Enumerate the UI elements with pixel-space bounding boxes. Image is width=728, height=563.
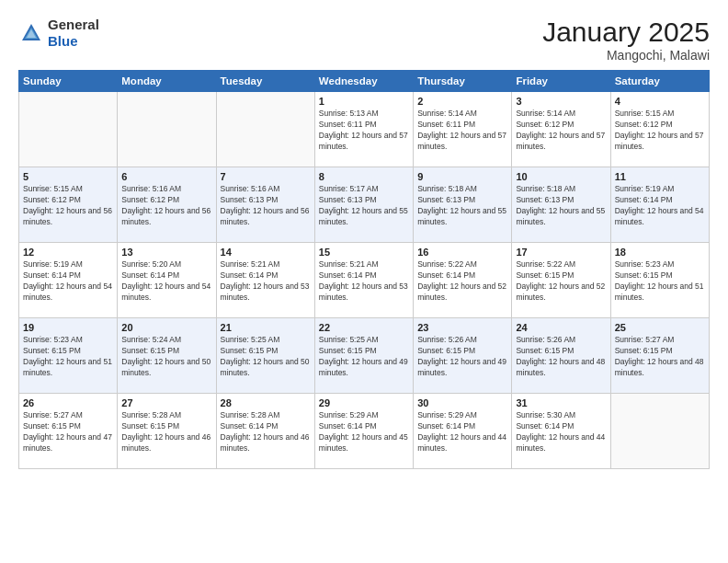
day-number: 11 [615, 171, 705, 182]
day-number: 17 [516, 247, 606, 258]
week-row-5: 26Sunrise: 5:27 AM Sunset: 6:15 PM Dayli… [19, 394, 710, 469]
month-title: January 2025 [542, 17, 710, 48]
day-info: Sunrise: 5:21 AM Sunset: 6:14 PM Dayligh… [221, 259, 311, 304]
day-info: Sunrise: 5:25 AM Sunset: 6:15 PM Dayligh… [221, 335, 311, 379]
day-info: Sunrise: 5:28 AM Sunset: 6:14 PM Dayligh… [221, 410, 311, 454]
location: Mangochi, Malawi [542, 48, 710, 63]
day-info: Sunrise: 5:29 AM Sunset: 6:14 PM Dayligh… [319, 410, 409, 454]
day-cell: 24Sunrise: 5:26 AM Sunset: 6:15 PM Dayli… [512, 318, 610, 394]
day-cell [610, 394, 709, 469]
day-number: 24 [516, 322, 606, 333]
header: General Blue January 2025 Mangochi, Mala… [18, 17, 710, 63]
day-cell: 12Sunrise: 5:19 AM Sunset: 6:14 PM Dayli… [19, 243, 118, 318]
day-cell: 17Sunrise: 5:22 AM Sunset: 6:15 PM Dayli… [512, 243, 610, 318]
day-cell: 14Sunrise: 5:21 AM Sunset: 6:14 PM Dayli… [216, 243, 314, 318]
header-sunday: Sunday [19, 71, 118, 92]
day-number: 4 [615, 96, 705, 107]
day-cell: 23Sunrise: 5:26 AM Sunset: 6:15 PM Dayli… [414, 318, 512, 394]
day-info: Sunrise: 5:26 AM Sunset: 6:15 PM Dayligh… [417, 335, 507, 379]
day-info: Sunrise: 5:27 AM Sunset: 6:15 PM Dayligh… [615, 335, 705, 379]
logo-text: General Blue [48, 17, 99, 50]
day-cell: 28Sunrise: 5:28 AM Sunset: 6:14 PM Dayli… [216, 394, 314, 469]
day-cell: 1Sunrise: 5:13 AM Sunset: 6:11 PM Daylig… [314, 92, 413, 167]
day-info: Sunrise: 5:14 AM Sunset: 6:11 PM Dayligh… [417, 109, 507, 153]
day-number: 6 [121, 171, 211, 182]
day-cell: 29Sunrise: 5:29 AM Sunset: 6:14 PM Dayli… [314, 394, 413, 469]
day-info: Sunrise: 5:27 AM Sunset: 6:15 PM Dayligh… [23, 410, 113, 454]
day-info: Sunrise: 5:26 AM Sunset: 6:15 PM Dayligh… [516, 335, 606, 379]
day-cell: 3Sunrise: 5:14 AM Sunset: 6:12 PM Daylig… [512, 92, 610, 167]
day-number: 20 [121, 322, 211, 333]
day-info: Sunrise: 5:22 AM Sunset: 6:15 PM Dayligh… [516, 259, 606, 304]
day-info: Sunrise: 5:13 AM Sunset: 6:11 PM Dayligh… [319, 109, 409, 153]
logo-blue: Blue [48, 33, 78, 49]
day-number: 19 [23, 322, 113, 333]
day-cell: 11Sunrise: 5:19 AM Sunset: 6:14 PM Dayli… [610, 167, 709, 243]
day-cell: 26Sunrise: 5:27 AM Sunset: 6:15 PM Dayli… [19, 394, 118, 469]
day-number: 31 [516, 397, 606, 408]
day-cell: 2Sunrise: 5:14 AM Sunset: 6:11 PM Daylig… [414, 92, 512, 167]
day-number: 1 [319, 96, 409, 107]
day-info: Sunrise: 5:18 AM Sunset: 6:13 PM Dayligh… [417, 184, 507, 228]
day-cell: 4Sunrise: 5:15 AM Sunset: 6:12 PM Daylig… [610, 92, 709, 167]
day-info: Sunrise: 5:21 AM Sunset: 6:14 PM Dayligh… [319, 259, 409, 304]
calendar: Sunday Monday Tuesday Wednesday Thursday… [18, 70, 710, 469]
day-cell: 13Sunrise: 5:20 AM Sunset: 6:14 PM Dayli… [118, 243, 216, 318]
day-cell: 15Sunrise: 5:21 AM Sunset: 6:14 PM Dayli… [314, 243, 413, 318]
day-number: 26 [23, 397, 113, 408]
logo-icon [18, 20, 44, 46]
day-info: Sunrise: 5:16 AM Sunset: 6:13 PM Dayligh… [221, 184, 311, 228]
header-thursday: Thursday [414, 71, 512, 92]
day-info: Sunrise: 5:22 AM Sunset: 6:14 PM Dayligh… [417, 259, 507, 304]
day-info: Sunrise: 5:23 AM Sunset: 6:15 PM Dayligh… [23, 335, 113, 379]
day-number: 30 [417, 397, 507, 408]
day-cell: 22Sunrise: 5:25 AM Sunset: 6:15 PM Dayli… [314, 318, 413, 394]
day-info: Sunrise: 5:23 AM Sunset: 6:15 PM Dayligh… [615, 259, 705, 304]
day-number: 25 [615, 322, 705, 333]
day-number: 29 [319, 397, 409, 408]
day-info: Sunrise: 5:19 AM Sunset: 6:14 PM Dayligh… [23, 259, 113, 304]
day-cell: 27Sunrise: 5:28 AM Sunset: 6:15 PM Dayli… [118, 394, 216, 469]
day-info: Sunrise: 5:28 AM Sunset: 6:15 PM Dayligh… [121, 410, 211, 454]
day-cell: 31Sunrise: 5:30 AM Sunset: 6:14 PM Dayli… [512, 394, 610, 469]
day-number: 15 [319, 247, 409, 258]
logo: General Blue [18, 17, 99, 50]
day-number: 13 [121, 247, 211, 258]
logo-general: General [48, 17, 99, 32]
day-cell: 10Sunrise: 5:18 AM Sunset: 6:13 PM Dayli… [512, 167, 610, 243]
day-cell: 8Sunrise: 5:17 AM Sunset: 6:13 PM Daylig… [314, 167, 413, 243]
day-cell: 9Sunrise: 5:18 AM Sunset: 6:13 PM Daylig… [414, 167, 512, 243]
week-row-1: 1Sunrise: 5:13 AM Sunset: 6:11 PM Daylig… [19, 92, 710, 167]
header-wednesday: Wednesday [314, 71, 413, 92]
day-info: Sunrise: 5:15 AM Sunset: 6:12 PM Dayligh… [615, 109, 705, 153]
day-number: 14 [221, 247, 311, 258]
week-row-3: 12Sunrise: 5:19 AM Sunset: 6:14 PM Dayli… [19, 243, 710, 318]
day-number: 8 [319, 171, 409, 182]
day-cell: 7Sunrise: 5:16 AM Sunset: 6:13 PM Daylig… [216, 167, 314, 243]
day-info: Sunrise: 5:25 AM Sunset: 6:15 PM Dayligh… [319, 335, 409, 379]
day-number: 21 [221, 322, 311, 333]
day-info: Sunrise: 5:17 AM Sunset: 6:13 PM Dayligh… [319, 184, 409, 228]
day-info: Sunrise: 5:24 AM Sunset: 6:15 PM Dayligh… [121, 335, 211, 379]
day-info: Sunrise: 5:30 AM Sunset: 6:14 PM Dayligh… [516, 410, 606, 454]
day-info: Sunrise: 5:20 AM Sunset: 6:14 PM Dayligh… [121, 259, 211, 304]
day-cell [118, 92, 216, 167]
day-number: 7 [221, 171, 311, 182]
day-cell [19, 92, 118, 167]
day-info: Sunrise: 5:29 AM Sunset: 6:14 PM Dayligh… [417, 410, 507, 454]
header-tuesday: Tuesday [216, 71, 314, 92]
day-number: 9 [417, 171, 507, 182]
day-number: 16 [417, 247, 507, 258]
day-number: 28 [221, 397, 311, 408]
header-monday: Monday [118, 71, 216, 92]
title-block: January 2025 Mangochi, Malawi [542, 17, 710, 63]
day-number: 18 [615, 247, 705, 258]
page: General Blue January 2025 Mangochi, Mala… [0, 0, 728, 563]
header-saturday: Saturday [610, 71, 709, 92]
day-number: 22 [319, 322, 409, 333]
day-number: 3 [516, 96, 606, 107]
day-cell: 5Sunrise: 5:15 AM Sunset: 6:12 PM Daylig… [19, 167, 118, 243]
week-row-4: 19Sunrise: 5:23 AM Sunset: 6:15 PM Dayli… [19, 318, 710, 394]
day-number: 27 [121, 397, 211, 408]
day-cell: 21Sunrise: 5:25 AM Sunset: 6:15 PM Dayli… [216, 318, 314, 394]
